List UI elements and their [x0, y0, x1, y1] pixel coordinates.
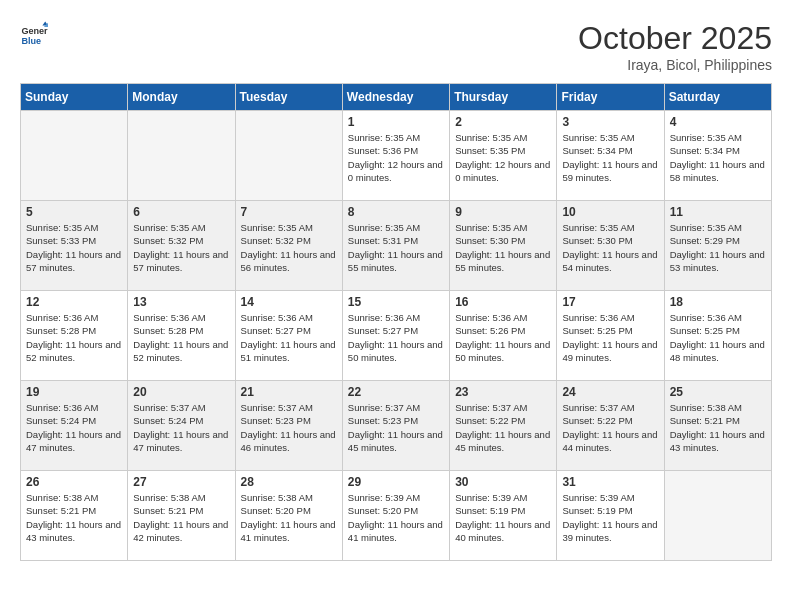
day-info: Sunrise: 5:35 AMSunset: 5:29 PMDaylight:…	[670, 221, 766, 274]
day-info: Sunrise: 5:35 AMSunset: 5:34 PMDaylight:…	[670, 131, 766, 184]
day-number: 9	[455, 205, 551, 219]
day-number: 21	[241, 385, 337, 399]
day-info: Sunrise: 5:37 AMSunset: 5:22 PMDaylight:…	[455, 401, 551, 454]
calendar-cell: 6Sunrise: 5:35 AMSunset: 5:32 PMDaylight…	[128, 201, 235, 291]
day-number: 13	[133, 295, 229, 309]
day-number: 31	[562, 475, 658, 489]
calendar-cell	[235, 111, 342, 201]
day-info: Sunrise: 5:39 AMSunset: 5:19 PMDaylight:…	[562, 491, 658, 544]
calendar-cell	[664, 471, 771, 561]
calendar-cell: 10Sunrise: 5:35 AMSunset: 5:30 PMDayligh…	[557, 201, 664, 291]
day-number: 7	[241, 205, 337, 219]
day-info: Sunrise: 5:35 AMSunset: 5:35 PMDaylight:…	[455, 131, 551, 184]
calendar-cell: 7Sunrise: 5:35 AMSunset: 5:32 PMDaylight…	[235, 201, 342, 291]
day-info: Sunrise: 5:36 AMSunset: 5:25 PMDaylight:…	[670, 311, 766, 364]
calendar-cell: 2Sunrise: 5:35 AMSunset: 5:35 PMDaylight…	[450, 111, 557, 201]
weekday-header: Saturday	[664, 84, 771, 111]
day-number: 29	[348, 475, 444, 489]
day-info: Sunrise: 5:36 AMSunset: 5:24 PMDaylight:…	[26, 401, 122, 454]
day-number: 18	[670, 295, 766, 309]
svg-text:General: General	[21, 26, 48, 36]
day-info: Sunrise: 5:36 AMSunset: 5:27 PMDaylight:…	[241, 311, 337, 364]
day-number: 24	[562, 385, 658, 399]
day-info: Sunrise: 5:38 AMSunset: 5:21 PMDaylight:…	[133, 491, 229, 544]
day-number: 4	[670, 115, 766, 129]
day-number: 14	[241, 295, 337, 309]
calendar-cell: 30Sunrise: 5:39 AMSunset: 5:19 PMDayligh…	[450, 471, 557, 561]
day-info: Sunrise: 5:35 AMSunset: 5:36 PMDaylight:…	[348, 131, 444, 184]
day-number: 11	[670, 205, 766, 219]
day-info: Sunrise: 5:35 AMSunset: 5:33 PMDaylight:…	[26, 221, 122, 274]
day-number: 15	[348, 295, 444, 309]
day-number: 6	[133, 205, 229, 219]
day-number: 25	[670, 385, 766, 399]
day-number: 19	[26, 385, 122, 399]
title-block: October 2025 Iraya, Bicol, Philippines	[578, 20, 772, 73]
location: Iraya, Bicol, Philippines	[578, 57, 772, 73]
day-info: Sunrise: 5:38 AMSunset: 5:21 PMDaylight:…	[26, 491, 122, 544]
page-header: General Blue October 2025 Iraya, Bicol, …	[20, 20, 772, 73]
day-info: Sunrise: 5:39 AMSunset: 5:19 PMDaylight:…	[455, 491, 551, 544]
day-info: Sunrise: 5:37 AMSunset: 5:23 PMDaylight:…	[241, 401, 337, 454]
calendar-cell: 12Sunrise: 5:36 AMSunset: 5:28 PMDayligh…	[21, 291, 128, 381]
calendar-cell: 11Sunrise: 5:35 AMSunset: 5:29 PMDayligh…	[664, 201, 771, 291]
calendar-cell: 3Sunrise: 5:35 AMSunset: 5:34 PMDaylight…	[557, 111, 664, 201]
day-number: 2	[455, 115, 551, 129]
day-info: Sunrise: 5:36 AMSunset: 5:28 PMDaylight:…	[133, 311, 229, 364]
day-number: 3	[562, 115, 658, 129]
day-info: Sunrise: 5:36 AMSunset: 5:25 PMDaylight:…	[562, 311, 658, 364]
calendar-cell	[128, 111, 235, 201]
day-number: 23	[455, 385, 551, 399]
day-info: Sunrise: 5:36 AMSunset: 5:28 PMDaylight:…	[26, 311, 122, 364]
day-number: 20	[133, 385, 229, 399]
weekday-header: Thursday	[450, 84, 557, 111]
day-info: Sunrise: 5:35 AMSunset: 5:32 PMDaylight:…	[241, 221, 337, 274]
calendar-cell: 8Sunrise: 5:35 AMSunset: 5:31 PMDaylight…	[342, 201, 449, 291]
day-info: Sunrise: 5:36 AMSunset: 5:26 PMDaylight:…	[455, 311, 551, 364]
calendar-cell: 17Sunrise: 5:36 AMSunset: 5:25 PMDayligh…	[557, 291, 664, 381]
logo: General Blue	[20, 20, 48, 48]
calendar-cell: 21Sunrise: 5:37 AMSunset: 5:23 PMDayligh…	[235, 381, 342, 471]
calendar-cell: 16Sunrise: 5:36 AMSunset: 5:26 PMDayligh…	[450, 291, 557, 381]
calendar-cell: 13Sunrise: 5:36 AMSunset: 5:28 PMDayligh…	[128, 291, 235, 381]
day-number: 5	[26, 205, 122, 219]
day-number: 1	[348, 115, 444, 129]
day-number: 30	[455, 475, 551, 489]
svg-text:Blue: Blue	[21, 36, 41, 46]
calendar-cell: 23Sunrise: 5:37 AMSunset: 5:22 PMDayligh…	[450, 381, 557, 471]
day-info: Sunrise: 5:36 AMSunset: 5:27 PMDaylight:…	[348, 311, 444, 364]
calendar-cell: 25Sunrise: 5:38 AMSunset: 5:21 PMDayligh…	[664, 381, 771, 471]
calendar-cell: 19Sunrise: 5:36 AMSunset: 5:24 PMDayligh…	[21, 381, 128, 471]
weekday-header: Tuesday	[235, 84, 342, 111]
day-info: Sunrise: 5:35 AMSunset: 5:30 PMDaylight:…	[455, 221, 551, 274]
weekday-header: Monday	[128, 84, 235, 111]
day-info: Sunrise: 5:37 AMSunset: 5:22 PMDaylight:…	[562, 401, 658, 454]
day-info: Sunrise: 5:35 AMSunset: 5:31 PMDaylight:…	[348, 221, 444, 274]
calendar-cell: 28Sunrise: 5:38 AMSunset: 5:20 PMDayligh…	[235, 471, 342, 561]
calendar-cell: 26Sunrise: 5:38 AMSunset: 5:21 PMDayligh…	[21, 471, 128, 561]
weekday-header: Wednesday	[342, 84, 449, 111]
day-number: 26	[26, 475, 122, 489]
calendar-cell: 27Sunrise: 5:38 AMSunset: 5:21 PMDayligh…	[128, 471, 235, 561]
calendar-cell: 29Sunrise: 5:39 AMSunset: 5:20 PMDayligh…	[342, 471, 449, 561]
calendar-table: SundayMondayTuesdayWednesdayThursdayFrid…	[20, 83, 772, 561]
day-info: Sunrise: 5:38 AMSunset: 5:20 PMDaylight:…	[241, 491, 337, 544]
calendar-cell: 31Sunrise: 5:39 AMSunset: 5:19 PMDayligh…	[557, 471, 664, 561]
calendar-cell	[21, 111, 128, 201]
calendar-cell: 5Sunrise: 5:35 AMSunset: 5:33 PMDaylight…	[21, 201, 128, 291]
day-info: Sunrise: 5:37 AMSunset: 5:24 PMDaylight:…	[133, 401, 229, 454]
day-number: 22	[348, 385, 444, 399]
calendar-cell: 20Sunrise: 5:37 AMSunset: 5:24 PMDayligh…	[128, 381, 235, 471]
day-info: Sunrise: 5:38 AMSunset: 5:21 PMDaylight:…	[670, 401, 766, 454]
weekday-header: Sunday	[21, 84, 128, 111]
calendar-cell: 15Sunrise: 5:36 AMSunset: 5:27 PMDayligh…	[342, 291, 449, 381]
day-info: Sunrise: 5:35 AMSunset: 5:30 PMDaylight:…	[562, 221, 658, 274]
month-title: October 2025	[578, 20, 772, 57]
day-number: 12	[26, 295, 122, 309]
weekday-header: Friday	[557, 84, 664, 111]
day-number: 10	[562, 205, 658, 219]
day-info: Sunrise: 5:39 AMSunset: 5:20 PMDaylight:…	[348, 491, 444, 544]
day-info: Sunrise: 5:37 AMSunset: 5:23 PMDaylight:…	[348, 401, 444, 454]
day-info: Sunrise: 5:35 AMSunset: 5:32 PMDaylight:…	[133, 221, 229, 274]
calendar-cell: 1Sunrise: 5:35 AMSunset: 5:36 PMDaylight…	[342, 111, 449, 201]
